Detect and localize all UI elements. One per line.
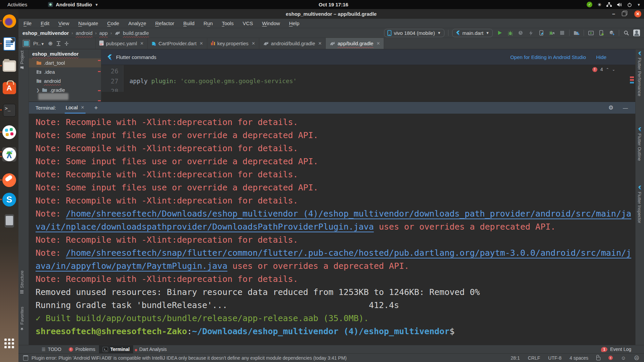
hide-banner-link[interactable]: Hide: [596, 54, 606, 60]
error-indicator[interactable]: ! 4 ⌃ ⌄: [592, 67, 615, 72]
tree-row[interactable]: .idea: [29, 67, 101, 76]
bottom-tab-problems[interactable]: !Problems: [65, 345, 99, 353]
dock-item-libreoffice-writer[interactable]: [2, 37, 16, 51]
dock-item-ubuntu-software[interactable]: A: [2, 81, 16, 95]
tab-pubspec-yaml[interactable]: YMLpubspec.yaml✕: [96, 38, 148, 49]
tool-strip-tab-flutter-outline[interactable]: Flutter Outline: [637, 127, 642, 161]
expand-all-icon[interactable]: [56, 41, 61, 46]
bottom-tab-todo[interactable]: ☰TODO: [38, 345, 65, 353]
chevron-right-icon[interactable]: ❯: [36, 88, 40, 93]
hot-reload-button[interactable]: [538, 29, 545, 36]
breadcrumb-item[interactable]: build.gradle: [123, 30, 149, 36]
breadcrumb-item[interactable]: eshop_multivendor: [22, 30, 69, 36]
tool-strip-tab-project[interactable]: Project: [19, 51, 24, 69]
maximize-button[interactable]: [622, 12, 626, 16]
tab-app-build-gradle[interactable]: app/build.gradle✕: [326, 38, 384, 49]
locate-file-button[interactable]: ⊕: [48, 40, 52, 47]
tool-strip-tab-structure[interactable]: Structure: [19, 270, 24, 294]
network-icon[interactable]: [606, 2, 612, 7]
dock-item-files[interactable]: [2, 59, 16, 73]
tool-strip-tab-favorites[interactable]: ★Favorites: [19, 307, 24, 331]
dock-item-android-studio[interactable]: [2, 147, 16, 162]
app-menu[interactable]: Android Studio ▼: [48, 2, 98, 7]
run-config-selector[interactable]: main.dart ▼: [452, 29, 493, 37]
close-icon[interactable]: ✕: [318, 41, 322, 46]
sdk-manager-button[interactable]: [608, 29, 615, 36]
open-in-android-studio-link[interactable]: Open for Editing in Android Studio: [510, 54, 586, 60]
tree-row[interactable]: eshop_multivendor: [29, 49, 101, 58]
next-error-icon[interactable]: ⌄: [612, 67, 615, 72]
stop-button[interactable]: [559, 29, 566, 36]
tree-row[interactable]: android: [29, 76, 101, 85]
tab-key-properties[interactable]: key.properties✕: [207, 38, 259, 49]
dock-item-postman[interactable]: [2, 173, 16, 187]
prev-error-icon[interactable]: ⌃: [606, 67, 609, 72]
project-structure-button[interactable]: [573, 29, 580, 36]
volume-icon[interactable]: [617, 2, 622, 7]
error-status-icon[interactable]: !: [608, 356, 613, 360]
user-avatar[interactable]: [633, 29, 640, 36]
bottom-tab-dart-analysis[interactable]: Dart Analysis: [133, 345, 170, 353]
search-everywhere-button[interactable]: [623, 29, 630, 36]
terminal-file-link[interactable]: va/it/nplace/downloadspathprovider/Downl…: [36, 222, 374, 232]
close-button[interactable]: ✕: [634, 10, 641, 17]
menu-item-vcs[interactable]: VCS: [243, 20, 253, 26]
menu-item-refactor[interactable]: Refactor: [155, 20, 174, 26]
profile-button[interactable]: [517, 29, 524, 36]
menu-item-help[interactable]: Help: [289, 20, 300, 26]
breadcrumb-item[interactable]: android: [76, 30, 93, 36]
dock-item-phone[interactable]: [2, 214, 16, 228]
window-title-bar[interactable]: eshop_multivendor – app/build.gradle – ✕: [18, 9, 644, 19]
terminal-file-link[interactable]: /home/shreesoftech/snap/flutter/common/f…: [66, 248, 631, 258]
tool-strip-tab-flutter-performance[interactable]: Flutter Performance: [637, 51, 642, 96]
sad-face-icon[interactable]: ☹: [634, 355, 639, 361]
slack-tray-icon[interactable]: ✳: [597, 2, 601, 7]
menu-item-analyze[interactable]: Analyze: [128, 20, 146, 26]
caret-position[interactable]: 28:1: [511, 355, 520, 361]
debug-button[interactable]: [507, 29, 514, 36]
new-terminal-button[interactable]: +: [94, 104, 98, 112]
status-message[interactable]: Plugin error: Plugin 'Android WiFi ADB' …: [32, 355, 347, 361]
terminal-file-link[interactable]: /home/shreesoftech/Downloads/eshop_multi…: [66, 209, 631, 219]
close-icon[interactable]: ✕: [376, 41, 380, 46]
close-icon[interactable]: ✕: [252, 41, 255, 46]
collapse-all-icon[interactable]: [64, 41, 69, 46]
menu-item-tools[interactable]: Tools: [222, 20, 233, 26]
hot-restart-button[interactable]: [548, 29, 555, 36]
terminal-output[interactable]: Note: Recompile with -Xlint:deprecation …: [29, 114, 635, 345]
chevron-down-icon[interactable]: ▼: [637, 3, 641, 7]
close-icon[interactable]: ✕: [140, 41, 144, 46]
activities-button[interactable]: Activities: [7, 2, 27, 7]
attach-profiler-icon[interactable]: [528, 29, 534, 36]
menu-item-navigate[interactable]: Navigate: [78, 20, 98, 26]
lock-icon[interactable]: [596, 357, 600, 360]
terminal-settings-icon[interactable]: ⚙: [608, 104, 613, 111]
menu-item-window[interactable]: Window: [262, 20, 280, 26]
menu-item-edit[interactable]: Edit: [41, 20, 49, 26]
line-ending[interactable]: CRLF: [528, 355, 540, 361]
breadcrumb-item[interactable]: app: [99, 30, 108, 36]
menu-item-build[interactable]: Build: [183, 20, 194, 26]
toolwindow-toggle-icon[interactable]: [23, 355, 28, 361]
device-manager-button[interactable]: [598, 29, 605, 36]
tab-android-build-gradle[interactable]: android/build.gradle✕: [259, 38, 326, 49]
tool-strip-tab-flutter-inspector[interactable]: Flutter Inspector: [637, 185, 642, 223]
minimize-panel-icon[interactable]: —: [623, 105, 628, 111]
close-icon[interactable]: ✕: [200, 41, 203, 46]
tab-cartprovider-dart[interactable]: CartProvider.dart✕: [148, 38, 207, 49]
dock-item-skype[interactable]: S: [2, 192, 16, 207]
clock[interactable]: Oct 19 17:16: [319, 0, 348, 9]
project-view-selector[interactable]: Pr..▼: [33, 41, 44, 46]
device-selector[interactable]: vivo 1804 (mobile) ▼: [384, 29, 444, 37]
indent-setting[interactable]: 4 spaces: [570, 355, 588, 361]
terminal-file-link[interactable]: ava/in/appyflow/paytm/PaytmPlugin.java: [36, 261, 227, 271]
menu-item-run[interactable]: Run: [204, 20, 213, 26]
tree-row[interactable]: .dart_tool: [29, 58, 101, 67]
dock-item-slack[interactable]: [2, 125, 16, 139]
code-area[interactable]: 262728 apply plugin: 'com.google.gms.goo…: [101, 65, 635, 92]
run-button[interactable]: [496, 29, 503, 36]
close-icon[interactable]: ✕: [81, 105, 85, 110]
dock-item-terminal[interactable]: >_: [2, 103, 16, 117]
updates-ok-icon[interactable]: ✓: [587, 2, 592, 7]
menu-item-file[interactable]: File: [23, 20, 32, 26]
